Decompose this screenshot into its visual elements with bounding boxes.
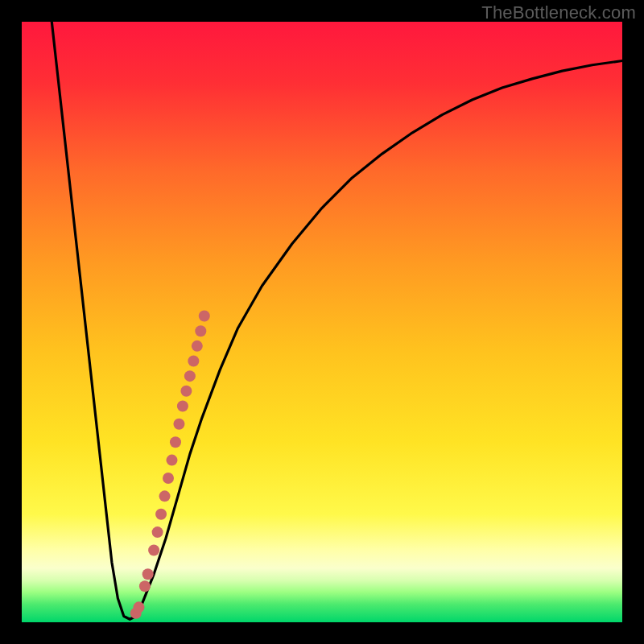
data-dot — [155, 509, 167, 520]
watermark-label: TheBottleneck.com — [481, 2, 636, 23]
gradient-background — [22, 22, 622, 622]
data-dot — [188, 355, 199, 366]
plot-area — [22, 22, 622, 622]
data-dot — [167, 455, 178, 466]
data-dot — [163, 473, 174, 484]
chart-frame: TheBottleneck.com — [0, 0, 644, 644]
data-dot — [152, 526, 163, 538]
data-dot — [148, 544, 159, 555]
data-dot — [195, 325, 206, 336]
data-dot — [142, 568, 154, 580]
data-dot — [184, 370, 196, 382]
data-dot — [177, 400, 188, 411]
chart-svg — [22, 22, 622, 622]
data-dot — [139, 580, 151, 592]
data-dot — [173, 419, 184, 430]
data-dot — [133, 601, 144, 613]
data-dot — [159, 490, 171, 502]
data-dot — [180, 386, 192, 397]
data-dot — [199, 311, 210, 322]
data-dot — [170, 436, 181, 448]
data-dot — [192, 341, 203, 352]
